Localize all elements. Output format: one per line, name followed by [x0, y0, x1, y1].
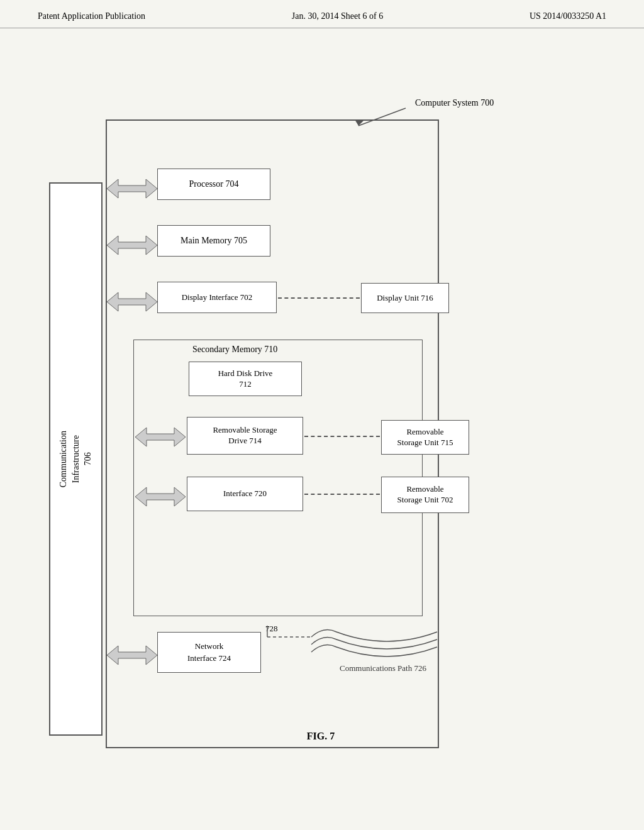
network-interface-arrow [107, 638, 157, 673]
fig-caption: FIG. 7 [38, 731, 604, 742]
header-left: Patent Application Publication [38, 11, 145, 21]
page-header: Patent Application Publication Jan. 30, … [0, 0, 644, 28]
removable-drive-arrow [135, 421, 186, 453]
display-unit-box: Display Unit 716 [361, 283, 449, 313]
diagram-area: Computer System 700 CommunicationInfrast… [38, 88, 604, 780]
svg-marker-5 [107, 292, 157, 311]
svg-text:Communications Path 726: Communications Path 726 [340, 663, 426, 673]
removable-unit-715-box: Removable Storage Unit 715 [381, 420, 469, 455]
comm-infra-box: CommunicationInfrastructure706 [49, 182, 103, 736]
processor-box: Processor 704 [157, 169, 270, 200]
network-interface-box: Network Interface 724 [157, 632, 261, 673]
removable-unit-702-box: Removable Storage Unit 702 [381, 477, 469, 513]
svg-marker-7 [135, 487, 186, 506]
header-center: Jan. 30, 2014 Sheet 6 of 6 [292, 11, 383, 21]
svg-marker-3 [107, 179, 157, 198]
svg-marker-4 [107, 236, 157, 255]
interface-720-arrow [135, 481, 186, 512]
main-memory-box: Main Memory 705 [157, 225, 270, 257]
comm-infra-label: CommunicationInfrastructure706 [57, 431, 94, 487]
display-dashed-line [278, 297, 360, 299]
secondary-memory-label: Secondary Memory 710 [189, 345, 281, 355]
communications-path: Communications Path 726 [261, 626, 450, 676]
main-memory-arrow [107, 230, 157, 261]
svg-marker-6 [135, 428, 186, 446]
removable-702-dashed-line [304, 494, 380, 495]
display-interface-box: Display Interface 702 [157, 282, 277, 313]
removable-drive-box: Removable Storage Drive 714 [187, 417, 303, 455]
interface-720-box: Interface 720 [187, 477, 303, 511]
svg-marker-8 [107, 646, 157, 665]
header-right: US 2014/0033250 A1 [530, 11, 606, 21]
removable-715-dashed-line [304, 436, 380, 437]
svg-text:Computer System 700: Computer System 700 [415, 98, 494, 108]
processor-arrow [107, 173, 157, 204]
display-interface-arrow [107, 286, 157, 318]
hard-disk-box: Hard Disk Drive 712 [189, 362, 302, 396]
